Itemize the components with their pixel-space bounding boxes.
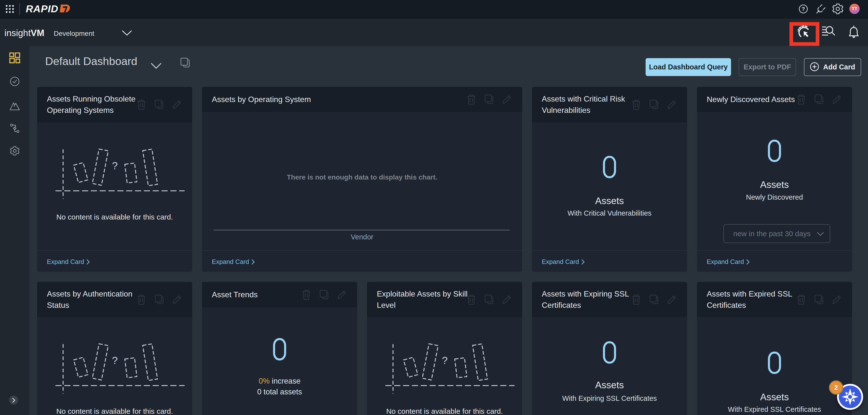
svg-text:?: ? xyxy=(442,355,447,366)
svg-text:?: ? xyxy=(802,6,805,12)
svg-text:?: ? xyxy=(112,160,118,171)
svg-text:?: ? xyxy=(112,355,118,366)
